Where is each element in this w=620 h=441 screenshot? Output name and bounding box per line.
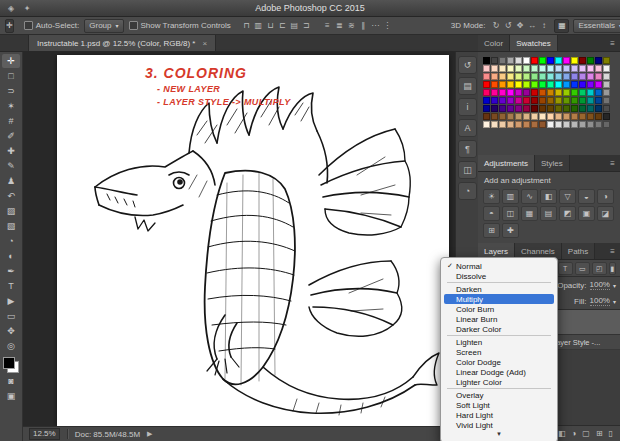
- color-swatch[interactable]: [539, 57, 546, 64]
- new-group-icon[interactable]: ▢: [582, 429, 590, 438]
- color-swatch[interactable]: [499, 105, 506, 112]
- status-expand-icon[interactable]: ▶: [147, 430, 152, 438]
- color-swatch[interactable]: [603, 121, 610, 128]
- color-swatch[interactable]: [499, 57, 506, 64]
- hue-saturation-adjustment-icon[interactable]: ◒: [578, 189, 595, 204]
- color-swatch[interactable]: [563, 105, 570, 112]
- color-swatch[interactable]: [531, 121, 538, 128]
- color-swatch[interactable]: [563, 89, 570, 96]
- color-swatch[interactable]: [571, 121, 578, 128]
- color-swatch[interactable]: [595, 121, 602, 128]
- color-swatch[interactable]: [499, 121, 506, 128]
- tool-dodge-tool[interactable]: ◐: [2, 249, 20, 263]
- color-swatch[interactable]: [539, 105, 546, 112]
- color-swatch[interactable]: [483, 121, 490, 128]
- color-swatch[interactable]: [483, 113, 490, 120]
- blend-mode-option[interactable]: Darken: [444, 284, 554, 294]
- tool-screen-mode-tool[interactable]: ▣: [2, 389, 20, 403]
- blend-mode-option[interactable]: Linear Burn: [444, 314, 554, 324]
- tool-blur-tool[interactable]: ◔: [2, 234, 20, 248]
- color-swatch[interactable]: [491, 113, 498, 120]
- blend-mode-option[interactable]: Overlay: [444, 390, 554, 400]
- color-swatch[interactable]: [499, 89, 506, 96]
- fill-value[interactable]: 100%: [590, 296, 610, 306]
- tool-crop-tool[interactable]: #: [2, 114, 20, 128]
- exposure-adjustment-icon[interactable]: ◧: [540, 189, 557, 204]
- color-swatch[interactable]: [595, 73, 602, 80]
- 3d-roll-icon[interactable]: ↺: [502, 20, 513, 32]
- color-swatch[interactable]: [499, 113, 506, 120]
- tab-adjustments[interactable]: Adjustments: [478, 155, 535, 171]
- distribute-right-edges-icon[interactable]: ⋮: [382, 20, 393, 32]
- tool-hand-tool[interactable]: ✥: [2, 324, 20, 338]
- tool-path-selection-tool[interactable]: ▶: [2, 294, 20, 308]
- color-swatch[interactable]: [547, 97, 554, 104]
- blend-mode-option[interactable]: Linear Dodge (Add): [444, 367, 554, 377]
- color-swatch[interactable]: [539, 97, 546, 104]
- color-swatch[interactable]: [571, 57, 578, 64]
- color-selector[interactable]: [3, 357, 19, 373]
- filter-toggle-icon[interactable]: ▮: [609, 262, 616, 275]
- color-swatch[interactable]: [563, 97, 570, 104]
- color-swatch[interactable]: [483, 105, 490, 112]
- align-left-edges-icon[interactable]: ⊏: [277, 20, 288, 32]
- color-swatch[interactable]: [547, 65, 554, 72]
- color-swatch[interactable]: [547, 113, 554, 120]
- spark-icon[interactable]: ✦: [22, 4, 32, 13]
- color-swatch[interactable]: [531, 105, 538, 112]
- color-swatch[interactable]: [547, 89, 554, 96]
- chevron-down-icon[interactable]: ▾: [613, 282, 616, 289]
- auto-select-target-dropdown[interactable]: Group ▾: [84, 19, 123, 33]
- color-swatch[interactable]: [499, 81, 506, 88]
- posterize-adjustment-icon[interactable]: ▣: [578, 206, 595, 221]
- app-badge-icon[interactable]: ◈: [6, 4, 16, 13]
- color-swatch[interactable]: [539, 65, 546, 72]
- color-swatch[interactable]: [595, 89, 602, 96]
- distribute-left-edges-icon[interactable]: ∥: [358, 20, 369, 32]
- tab-swatches[interactable]: Swatches: [510, 35, 558, 51]
- new-adjustment-layer-icon[interactable]: ◑: [571, 429, 576, 438]
- chevron-down-icon[interactable]: ▾: [613, 298, 616, 305]
- titlebar[interactable]: ◈✦ Adobe Photoshop CC 2015: [0, 0, 620, 17]
- gradient-map-adjustment-icon[interactable]: ✚: [502, 223, 519, 238]
- color-swatch[interactable]: [571, 89, 578, 96]
- tab-styles[interactable]: Styles: [535, 155, 570, 171]
- color-swatch[interactable]: [507, 65, 514, 72]
- color-swatch[interactable]: [515, 97, 522, 104]
- blend-mode-option[interactable]: Dissolve: [444, 271, 554, 281]
- color-swatch[interactable]: [595, 65, 602, 72]
- color-swatch[interactable]: [523, 89, 530, 96]
- color-swatch[interactable]: [531, 73, 538, 80]
- color-swatch[interactable]: [571, 81, 578, 88]
- workspace-dropdown[interactable]: Essentials ▾: [573, 19, 620, 33]
- tab-paths[interactable]: Paths: [562, 243, 595, 259]
- layer-mask-icon[interactable]: ◧: [558, 429, 566, 438]
- color-swatch[interactable]: [491, 73, 498, 80]
- color-swatch[interactable]: [563, 113, 570, 120]
- color-swatch[interactable]: [579, 65, 586, 72]
- color-swatch[interactable]: [587, 113, 594, 120]
- color-swatch[interactable]: [555, 97, 562, 104]
- color-swatch[interactable]: [603, 81, 610, 88]
- color-swatch[interactable]: [531, 97, 538, 104]
- color-swatch[interactable]: [539, 121, 546, 128]
- tool-eyedropper-tool[interactable]: ✐: [2, 129, 20, 143]
- panel-menu-icon[interactable]: ≡: [610, 155, 620, 171]
- color-swatch[interactable]: [539, 73, 546, 80]
- libraries-panel-icon[interactable]: ◫: [458, 161, 477, 179]
- blend-mode-option[interactable]: Hard Light: [444, 410, 554, 420]
- color-swatch[interactable]: [563, 65, 570, 72]
- color-swatch[interactable]: [491, 105, 498, 112]
- color-swatch[interactable]: [539, 89, 546, 96]
- blend-mode-option[interactable]: Vivid Light: [444, 420, 554, 430]
- properties-panel-icon[interactable]: ▤: [458, 77, 477, 95]
- blend-mode-option[interactable]: Multiply: [444, 294, 554, 304]
- 3d-rotate-icon[interactable]: ↻: [490, 20, 501, 32]
- color-swatch[interactable]: [603, 105, 610, 112]
- color-swatch[interactable]: [571, 105, 578, 112]
- color-swatch[interactable]: [499, 97, 506, 104]
- new-layer-icon[interactable]: ⊞: [596, 429, 603, 438]
- canvas-area[interactable]: 3. COLORING - NEW LAYER - LAYER STYLE ->…: [23, 52, 455, 441]
- 3d-slide-icon[interactable]: ↔: [526, 20, 537, 32]
- color-swatch[interactable]: [595, 97, 602, 104]
